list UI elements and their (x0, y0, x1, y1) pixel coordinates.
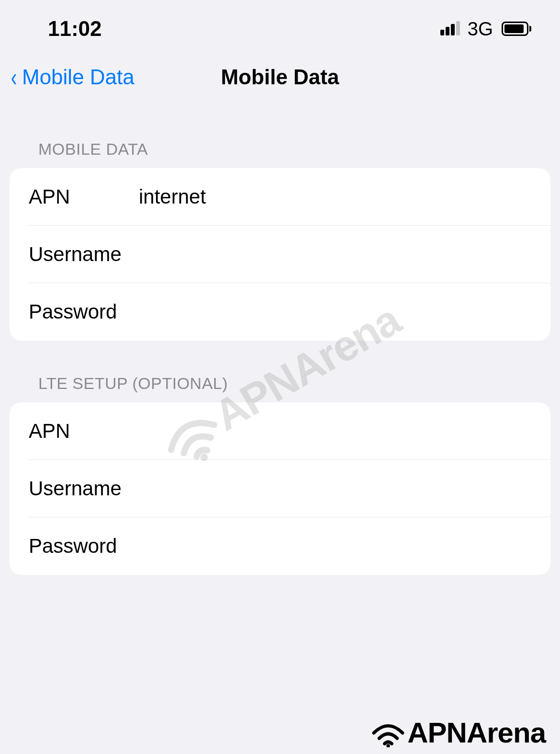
row-password[interactable]: Password (10, 283, 550, 341)
navigation-bar: ‹ Mobile Data Mobile Data (0, 48, 560, 111)
network-type: 3G (468, 18, 493, 40)
chevron-left-icon: ‹ (11, 62, 17, 92)
content-area: MOBILE DATA APN Username Password LTE SE… (0, 111, 560, 575)
back-button[interactable]: ‹ Mobile Data (10, 62, 134, 92)
lte-username-label: Username (29, 477, 139, 500)
status-time: 11:02 (48, 17, 102, 41)
row-apn[interactable]: APN (29, 168, 550, 226)
svg-point-1 (387, 744, 391, 747)
row-lte-password[interactable]: Password (10, 517, 550, 575)
lte-password-label: Password (29, 535, 139, 558)
watermark-footer-text: APNArena (407, 716, 546, 749)
section-mobile-data: APN Username Password (10, 168, 550, 341)
section-header-lte: LTE SETUP (OPTIONAL) (10, 374, 550, 402)
row-lte-username[interactable]: Username (29, 460, 550, 517)
username-label: Username (29, 243, 139, 266)
password-input[interactable] (139, 300, 531, 323)
row-lte-apn[interactable]: APN (29, 402, 550, 460)
row-username[interactable]: Username (29, 226, 550, 283)
lte-username-input[interactable] (139, 477, 531, 500)
battery-icon (502, 22, 531, 36)
status-indicators: 3G (440, 18, 531, 40)
apn-label: APN (29, 185, 139, 208)
page-title: Mobile Data (221, 65, 339, 89)
lte-apn-input[interactable] (139, 420, 531, 443)
wifi-icon (369, 719, 407, 747)
section-header-mobile-data: MOBILE DATA (10, 140, 550, 168)
watermark-footer: APNArena (369, 716, 546, 749)
signal-icon (440, 22, 460, 35)
username-input[interactable] (139, 243, 531, 266)
section-lte-setup: APN Username Password (10, 402, 550, 575)
back-button-label: Mobile Data (22, 65, 134, 89)
status-bar: 11:02 3G (0, 0, 560, 48)
apn-input[interactable] (139, 185, 531, 208)
lte-password-input[interactable] (139, 535, 531, 558)
password-label: Password (29, 300, 139, 323)
lte-apn-label: APN (29, 420, 139, 443)
